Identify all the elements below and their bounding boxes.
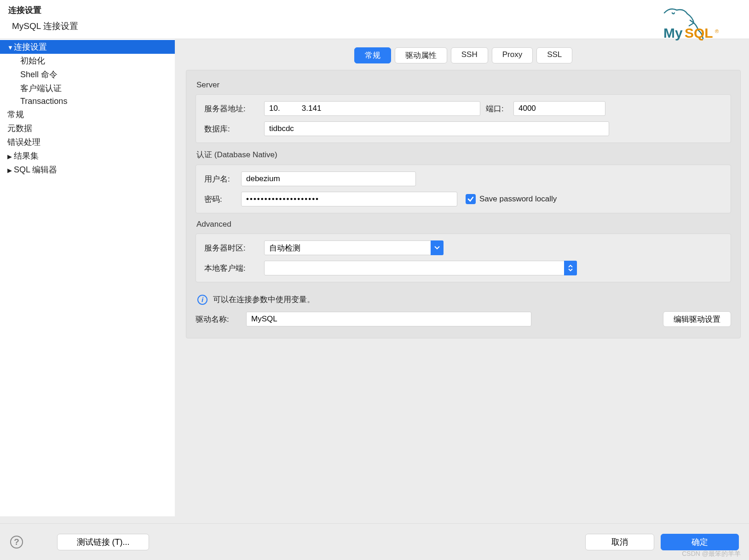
auth-section-label: 认证 (Database Native) [196, 149, 731, 160]
tab-proxy[interactable]: Proxy [492, 47, 533, 63]
password-input[interactable] [241, 192, 457, 206]
timezone-label: 服务器时区: [204, 243, 264, 253]
tab-driver-properties[interactable]: 驱动属性 [395, 47, 447, 63]
sidebar-item-client-auth[interactable]: 客户端认证 [0, 81, 175, 95]
edit-driver-button[interactable]: 编辑驱动设置 [663, 311, 731, 327]
mysql-logo: My SQL ® [659, 4, 740, 45]
tab-ssl[interactable]: SSL [536, 47, 572, 63]
driver-name-label: 驱动名称: [196, 314, 242, 325]
updown-icon[interactable] [564, 261, 577, 275]
server-address-input[interactable] [264, 101, 480, 116]
help-icon[interactable]: ? [10, 536, 23, 549]
info-row: i 可以在连接参数中使用变量。 [197, 294, 731, 305]
chevron-right-icon: ▶ [7, 153, 13, 160]
sidebar-item-metadata[interactable]: 元数据 [0, 121, 175, 135]
sidebar-item-sql-editor[interactable]: ▶SQL 编辑器 [0, 163, 175, 177]
local-client-select[interactable] [264, 261, 577, 275]
watermark: CSDN @最笨的羊羊 [682, 550, 741, 558]
svg-text:SQL: SQL [685, 25, 713, 40]
tab-general[interactable]: 常规 [354, 47, 391, 63]
sidebar-item-initialization[interactable]: 初始化 [0, 54, 175, 68]
sidebar-item-transactions[interactable]: Transactions [0, 95, 175, 108]
timezone-select[interactable] [264, 240, 444, 255]
save-password-label: Save password locally [479, 194, 557, 204]
username-input[interactable] [241, 171, 416, 186]
chevron-down-icon: ▼ [7, 44, 13, 51]
svg-text:®: ® [715, 29, 719, 34]
server-group: 服务器地址: 端口: 数据库: [196, 94, 731, 143]
port-label: 端口: [486, 103, 513, 114]
sidebar-item-connection-settings[interactable]: ▼连接设置 [0, 40, 175, 54]
local-client-label: 本地客户端: [204, 263, 264, 274]
tab-bar: 常规 驱动属性 SSH Proxy SSL [186, 47, 741, 63]
auth-group: 用户名: 密码: Save password locally [196, 165, 731, 213]
dialog-header: 连接设置 MySQL 连接设置 My SQL ® [0, 0, 749, 39]
sidebar-item-general[interactable]: 常规 [0, 108, 175, 121]
info-text: 可以在连接参数中使用变量。 [213, 294, 315, 305]
password-label: 密码: [204, 194, 241, 205]
ok-button[interactable]: 确定 [661, 534, 739, 550]
database-input[interactable] [264, 121, 609, 136]
server-section-label: Server [196, 80, 731, 90]
main-panel: 常规 驱动属性 SSH Proxy SSL Server 服务器地址: 端口: … [175, 39, 749, 516]
settings-panel: Server 服务器地址: 端口: 数据库: 认证 (Database Nati… [186, 70, 741, 338]
driver-name-input[interactable] [246, 312, 531, 326]
sidebar-item-result-set[interactable]: ▶结果集 [0, 149, 175, 163]
database-label: 数据库: [204, 124, 264, 134]
server-address-label: 服务器地址: [204, 103, 264, 114]
dialog-title: 连接设置 [8, 5, 741, 16]
chevron-down-icon[interactable] [431, 240, 444, 255]
advanced-section-label: Advanced [196, 220, 731, 229]
dialog-footer: ? 测试链接 (T)... 取消 确定 [0, 523, 749, 560]
svg-text:My: My [663, 25, 683, 40]
sidebar-item-shell-commands[interactable]: Shell 命令 [0, 68, 175, 81]
advanced-group: 服务器时区: 本地客户端: [196, 234, 731, 282]
save-password-checkbox[interactable] [466, 194, 476, 204]
username-label: 用户名: [204, 174, 241, 184]
cancel-button[interactable]: 取消 [585, 534, 654, 550]
tab-ssh[interactable]: SSH [451, 47, 488, 63]
sidebar: ▼连接设置 初始化 Shell 命令 客户端认证 Transactions 常规… [0, 39, 175, 516]
chevron-right-icon: ▶ [7, 167, 13, 174]
test-connection-button[interactable]: 测试链接 (T)... [57, 534, 149, 550]
sidebar-item-error-handling[interactable]: 错误处理 [0, 135, 175, 149]
dialog-subtitle: MySQL 连接设置 [12, 20, 741, 32]
port-input[interactable] [513, 101, 605, 116]
info-icon: i [197, 295, 207, 305]
